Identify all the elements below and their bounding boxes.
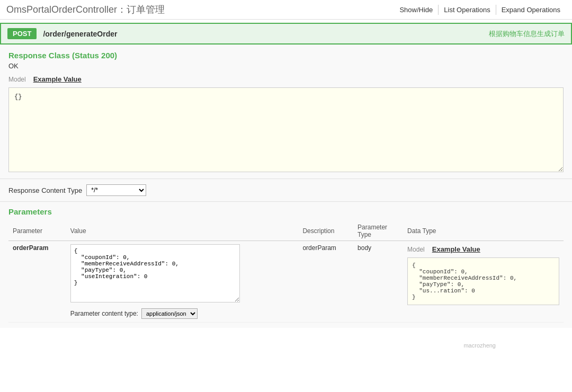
table-header-row: Parameter Value Description ParameterTyp… [8, 221, 564, 241]
param-name-cell: orderParam [8, 241, 66, 323]
param-type: body [358, 244, 371, 252]
parameters-table: Parameter Value Description ParameterTyp… [8, 221, 564, 323]
col-parameter-type: ParameterType [353, 221, 403, 241]
response-content-type-label: Response Content Type [8, 186, 82, 194]
controller-name: OmsPortalOrderController [6, 4, 117, 15]
param-name: orderParam [13, 244, 48, 252]
page-header: OmsPortalOrderController：订单管理 Show/Hide … [0, 0, 572, 20]
table-row: orderParam { "couponId": 0, "memberRecei… [8, 241, 564, 323]
col-data-type: Data Type [403, 221, 564, 241]
data-type-model-label: Model [407, 246, 425, 253]
endpoint-row: POST /order/generateOrder 根据购物车信息生成订单 [0, 23, 572, 44]
response-json-display[interactable]: {} [8, 87, 564, 172]
method-badge: POST [7, 28, 37, 39]
col-parameter: Parameter [8, 221, 66, 241]
main-content: POST /order/generateOrder 根据购物车信息生成订单 Re… [0, 23, 572, 328]
endpoint-left: POST /order/generateOrder [7, 28, 117, 39]
param-value-textarea[interactable]: { "couponId": 0, "memberReceiveAddressId… [70, 244, 240, 302]
model-label: Model [8, 76, 26, 83]
header-actions: Show/Hide List Operations Expand Operati… [394, 5, 566, 15]
data-type-json-display: { "couponId": 0, "memberReceiveAddressId… [407, 257, 559, 305]
table-body: orderParam { "couponId": 0, "memberRecei… [8, 241, 564, 323]
controller-title: OmsPortalOrderController：订单管理 [6, 3, 165, 16]
controller-subtitle: ：订单管理 [117, 4, 165, 15]
col-value: Value [66, 221, 299, 241]
response-class-title: Response Class (Status 200) [8, 51, 564, 60]
expand-operations-link[interactable]: Expand Operations [496, 5, 566, 15]
endpoint-path: /order/generateOrder [43, 30, 117, 38]
data-type-cell: Model Example Value { "couponId": 0, "me… [403, 241, 564, 323]
param-content-type-select[interactable]: application/json application/xml text/pl… [141, 308, 198, 319]
response-content-type-select[interactable]: */* application/json text/plain [86, 184, 146, 196]
param-content-type-label: Parameter content type: [70, 310, 138, 317]
param-value-cell: { "couponId": 0, "memberReceiveAddressId… [66, 241, 299, 323]
response-class-section: Response Class (Status 200) OK Model Exa… [0, 44, 572, 179]
param-description: orderParam [302, 244, 336, 252]
example-value-tab[interactable]: Example Value [29, 74, 86, 84]
parameters-section: Parameters Parameter Value Description P… [0, 202, 572, 328]
list-operations-link[interactable]: List Operations [438, 5, 495, 15]
response-content-type-row: Response Content Type */* application/js… [0, 179, 572, 202]
data-type-example-tab[interactable]: Example Value [428, 244, 485, 254]
param-description-cell: orderParam [298, 241, 353, 323]
data-type-model-tabs: Model Example Value [407, 244, 559, 254]
endpoint-description: 根据购物车信息生成订单 [489, 29, 565, 39]
param-type-cell: body [353, 241, 403, 323]
col-description: Description [298, 221, 353, 241]
model-tabs: Model Example Value [8, 74, 564, 84]
table-header: Parameter Value Description ParameterTyp… [8, 221, 564, 241]
response-status-text: OK [8, 62, 564, 70]
parameters-title: Parameters [8, 207, 564, 216]
show-hide-link[interactable]: Show/Hide [394, 5, 438, 15]
param-content-type-row: Parameter content type: application/json… [70, 308, 294, 319]
